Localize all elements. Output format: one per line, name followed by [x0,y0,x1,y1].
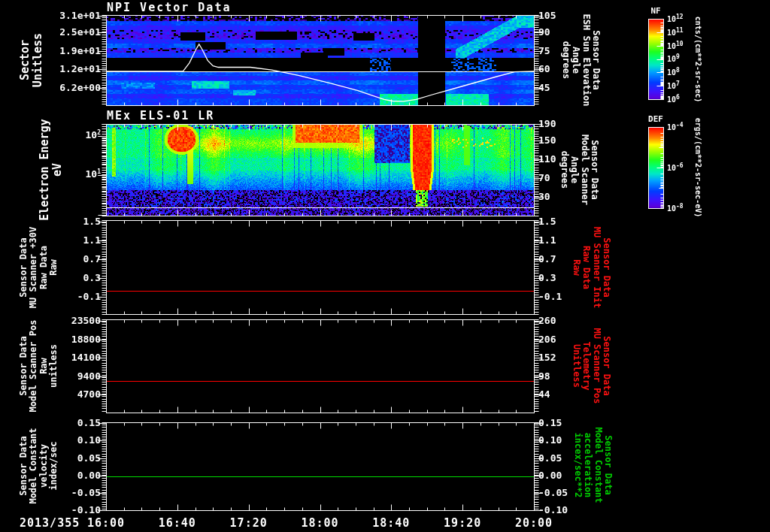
colorbar-tick-label: 1012 [667,14,684,23]
y-tick-label-right: 75 [538,45,606,56]
y-tick-label-right: 105 [538,10,606,21]
y-tick-label-right: 0.3 [538,272,606,283]
y-tick-label-right: 70 [538,172,606,183]
y-tick-label-right: 98 [538,370,606,382]
y-tick-label-right: -0.1 [538,291,606,302]
y-tick-label-right: 0.15 [538,417,606,428]
colorbar-tick-label: 10-8 [667,203,684,213]
y-tick-label-left: 4700 [33,388,101,400]
colorbar-tick-label: 10-4 [667,122,684,131]
colorbar-tick-label: 107 [667,80,680,90]
y-tick-label-left: 14100 [33,352,101,363]
y-tick-label-left: 1.5 [33,216,101,227]
colorbar-tick-label: 1011 [667,27,684,37]
y-axis-title-npi: Sector Unitless [19,33,44,87]
y-tick-label-right: 44 [538,388,606,400]
y-tick-label-right: 0.7 [538,253,606,264]
y-tick-label-left: -0.1 [33,291,101,302]
colorbar-tick-label: 1010 [667,41,684,50]
y-tick-label-left: -0.10 [33,504,101,515]
y-tick-label-right: 45 [538,82,606,93]
y-tick-label-left: 23500 [33,315,101,326]
colorbar-tick-label: 108 [667,67,680,77]
x-tick-label: 16:40 [144,516,211,530]
mex-quicklook-plot-viewer: NPI Vector Data MEx ELS-01 LR Sector Uni… [0,0,770,532]
y-tick-label-left: 1.1 [33,234,101,246]
y-tick-label-right: 152 [538,352,606,363]
y-tick-label-right: 260 [538,315,606,326]
y-tick-label-right: 110 [538,153,606,165]
y-tick-label-left: -0.05 [33,487,101,498]
panel-title-els: MEx ELS-01 LR [107,109,214,122]
colorbar-tick-label: 10-6 [667,162,684,172]
y-tick-label-right: -0.10 [538,504,606,515]
y-tick-label-left: 9400 [33,370,101,382]
x-tick-label: 16:00 [72,516,140,530]
y-tick-label-right: 30 [538,191,606,202]
y-tick-label-right: 0.10 [538,434,606,446]
y-tick-label-right: 90 [538,26,606,38]
date-label: 2013/355 [20,516,80,530]
y-tick-label-left: 101 [33,168,101,180]
colorbar-units-nf: cnts/(cm**2-sr-sec) [693,17,702,102]
y-tick-label-left: 18800 [33,334,101,345]
x-tick-label: 17:20 [215,516,283,530]
y-tick-label-right: 60 [538,63,606,74]
y-tick-label-left: 0.3 [33,272,101,283]
y-tick-label-right: -0.05 [538,487,606,498]
x-tick-label: 18:40 [357,516,425,530]
y-tick-label-right: 0.05 [538,452,606,464]
x-tick-label: 19:20 [429,516,496,530]
y-tick-label-left: 0.7 [33,253,101,264]
y-tick-label-right: 190 [538,118,606,129]
y-tick-label-right: 1.1 [538,234,606,246]
y-tick-label-left: 1.9e+01 [33,45,101,56]
y-tick-label-left: 0.15 [33,417,101,428]
y-tick-label-right: 206 [538,334,606,345]
y-tick-label-left: 0.00 [33,470,101,481]
y-tick-label-left: 3.1e+01 [33,10,101,21]
y-tick-label-left: 1.2e+01 [33,63,101,74]
x-tick-label: 20:00 [500,516,568,530]
colorbar-tick-label: 109 [667,53,680,63]
y-tick-label-right: 150 [538,135,606,146]
colorbar-tick-label: 106 [667,94,680,104]
plot-canvas [0,0,770,532]
y-tick-label-right: 0.00 [538,470,606,481]
y-tick-label-left: 102 [33,129,101,141]
panel-title-npi: NPI Vector Data [107,1,231,14]
y-tick-label-right: 1.5 [538,216,606,227]
colorbar-units-def: ergs/(cm**2-sr-sec-eV) [693,118,702,217]
y-tick-label-left: 2.5e+01 [33,26,101,38]
y-tick-label-left: 0.10 [33,434,101,446]
y-tick-label-left: 6.2e+00 [33,82,101,93]
x-tick-label: 18:00 [286,516,354,530]
y-tick-label-left: 0.05 [33,452,101,464]
